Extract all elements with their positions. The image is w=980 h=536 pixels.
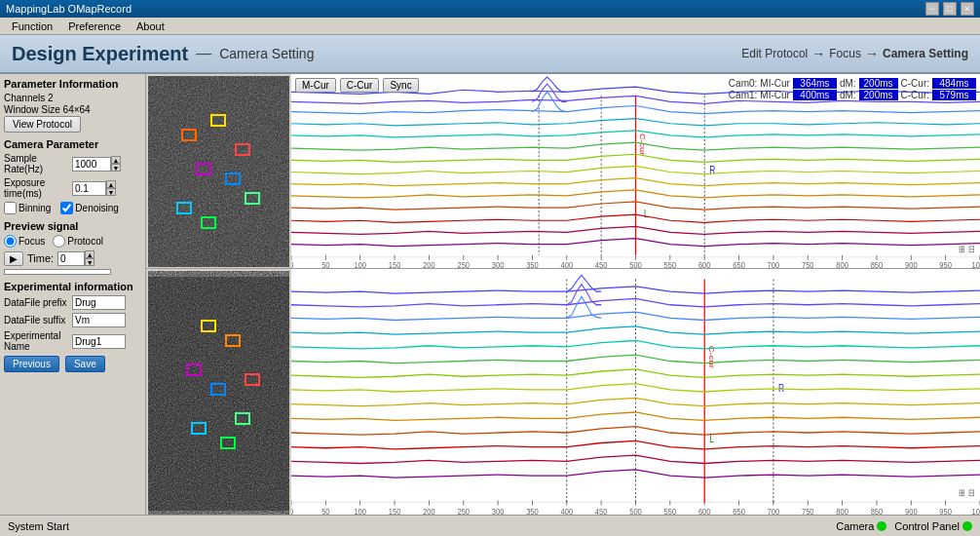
svg-text:950: 950 (939, 259, 952, 268)
exposure-down[interactable]: ▼ (106, 188, 116, 196)
cam0-c-value: 484ms (932, 78, 976, 89)
svg-text:R: R (778, 382, 784, 394)
svg-text:L: L (709, 434, 714, 445)
sample-rate-down[interactable]: ▼ (111, 164, 121, 172)
progress-container (4, 269, 141, 275)
time-up[interactable]: ▲ (85, 250, 94, 258)
svg-text:850: 850 (871, 506, 884, 515)
header-subtitle: Camera Setting (219, 46, 314, 61)
close-button[interactable]: × (961, 2, 974, 16)
app-title: MappingLab OMapRecord (6, 3, 925, 15)
time-spinner[interactable]: 0 ▲ ▼ (57, 250, 94, 266)
sample-rate-spinner[interactable]: 1000 ▲ ▼ (72, 156, 121, 172)
window-size-value: 64×64 (63, 104, 91, 115)
svg-text:800: 800 (836, 506, 848, 515)
c-cur-button[interactable]: C-Cur (340, 78, 380, 93)
sample-rate-input[interactable]: 1000 (72, 157, 111, 172)
preview-controls: ▶ Time: 0 ▲ ▼ (4, 250, 141, 266)
cam1-info-row: Cam1: MI-Cur 400ms dM: 200ms C-Cur: 579m… (729, 90, 976, 100)
datafile-suffix-input[interactable]: Vm (72, 313, 126, 327)
view-protocol-button[interactable]: View Protocol (4, 116, 81, 133)
sync-button[interactable]: Sync (383, 78, 418, 93)
focus-radio-label[interactable]: Focus (4, 235, 45, 248)
protocol-radio-label[interactable]: Protocol (53, 235, 103, 248)
sample-rate-label: Sample Rate(Hz) (4, 153, 72, 174)
svg-text:900: 900 (905, 506, 918, 515)
nav-camera-setting[interactable]: Camera Setting (883, 47, 968, 60)
svg-text:1000: 1000 (972, 506, 980, 515)
svg-text:650: 650 (733, 506, 745, 515)
exposure-spinner[interactable]: 0.1 ▲ ▼ (72, 180, 116, 196)
titlebar: MappingLab OMapRecord − □ × (0, 0, 980, 18)
svg-text:⊟: ⊟ (968, 486, 975, 498)
channels-row: Channels 2 (4, 93, 141, 103)
window-controls: − □ × (925, 2, 974, 16)
exposure-label: Exposure time(ms) (4, 177, 72, 199)
nav-focus[interactable]: Focus (829, 47, 861, 60)
svg-text:350: 350 (526, 506, 539, 515)
statusbar-right: Camera Control Panel (836, 520, 972, 532)
cam-info-panel: Cam0: MI-Cur 364ms dM: 200ms C-Cur: 484m… (729, 78, 976, 100)
play-button[interactable]: ▶ (4, 251, 23, 266)
m-cur-button[interactable]: M-Cur (295, 78, 336, 93)
svg-text:700: 700 (768, 506, 780, 515)
left-panel: Parameter Information Channels 2 Window … (0, 74, 146, 515)
menubar: Function Preference About (0, 18, 980, 35)
menu-about[interactable]: About (129, 19, 172, 33)
camera-label: Camera (836, 520, 874, 532)
binning-denoising-row: Binning Denoising (4, 202, 141, 214)
svg-text:150: 150 (389, 259, 401, 268)
svg-text:300: 300 (492, 259, 505, 268)
svg-text:250: 250 (457, 259, 470, 268)
protocol-radio[interactable] (53, 235, 65, 248)
channels-value: 2 (48, 93, 54, 103)
exposure-input[interactable]: 0.1 (72, 181, 106, 196)
svg-text:350: 350 (526, 259, 539, 268)
datafile-prefix-input[interactable]: Drug (72, 295, 126, 310)
denoising-checkbox[interactable] (60, 202, 73, 214)
cam1-c-value: 579ms (932, 90, 976, 100)
cam0-dm-label: dM: (840, 78, 856, 89)
arrow-icon-2: → (811, 46, 825, 61)
camera1-preview (148, 271, 289, 515)
statusbar: System Start Camera Control Panel (0, 515, 980, 536)
svg-text:200: 200 (423, 259, 435, 268)
control-panel-status-dot (962, 521, 972, 531)
exp-name-input[interactable]: Drug1 (72, 334, 126, 349)
save-button[interactable]: Save (65, 356, 105, 372)
svg-text:700: 700 (768, 259, 780, 268)
svg-text:0: 0 (291, 506, 293, 515)
cam1-mi-label: MI-Cur (760, 90, 790, 100)
binning-label[interactable]: Binning (4, 202, 51, 214)
binning-checkbox[interactable] (4, 202, 17, 214)
exposure-up[interactable]: ▲ (106, 180, 116, 188)
cam1-dm-value: 200ms (859, 90, 898, 100)
focus-radio[interactable] (4, 235, 17, 248)
minimize-button[interactable]: − (925, 2, 939, 16)
menu-function[interactable]: Function (4, 19, 60, 33)
svg-text:⊟: ⊟ (968, 244, 975, 254)
svg-text:1000: 1000 (972, 259, 980, 268)
svg-text:450: 450 (595, 259, 608, 268)
arrow-icon-3: → (865, 46, 879, 61)
svg-text:250: 250 (457, 506, 470, 515)
denoising-label[interactable]: Denoising (60, 202, 118, 214)
maximize-button[interactable]: □ (943, 2, 957, 16)
time-label: Time: (27, 252, 54, 264)
cam0-info-row: Cam0: MI-Cur 364ms dM: 200ms C-Cur: 484m… (729, 78, 976, 89)
bottom-chart-svg: 0 50 100 150 200 250 300 350 400 450 500… (291, 269, 980, 515)
exp-name-label: Experimental Name (4, 330, 72, 352)
nav-edit-protocol[interactable]: Edit Protocol (741, 47, 808, 60)
svg-text:500: 500 (629, 259, 642, 268)
menu-preference[interactable]: Preference (60, 19, 129, 33)
center-panel: M-Cur C-Cur Sync Cam0: MI-Cur 364ms dM: … (146, 74, 980, 515)
datafile-suffix-label: DataFile suffix (4, 315, 72, 325)
datafile-suffix-row: DataFile suffix Vm (4, 313, 141, 327)
exp-name-row: Experimental Name Drug1 (4, 330, 141, 352)
sample-rate-up[interactable]: ▲ (111, 156, 121, 164)
svg-text:150: 150 (389, 506, 401, 515)
time-down[interactable]: ▼ (85, 258, 94, 266)
time-input[interactable]: 0 (57, 251, 85, 266)
previous-button[interactable]: Previous (4, 356, 59, 372)
camera-status-dot (877, 521, 886, 531)
